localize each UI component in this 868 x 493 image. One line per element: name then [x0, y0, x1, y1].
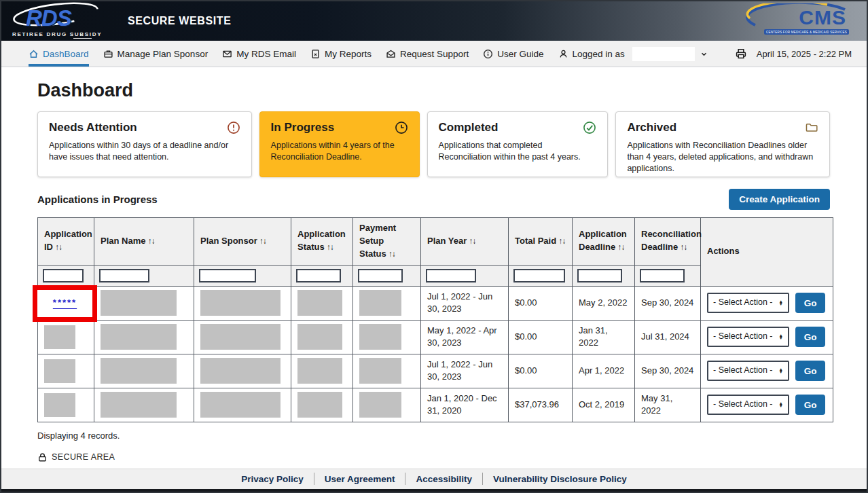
- redacted-plan-sponsor: [200, 290, 281, 316]
- action-select[interactable]: - Select Action -: [707, 361, 789, 381]
- column-header-reconciliation-deadline[interactable]: Reconciliation Deadline↑↓: [635, 218, 701, 266]
- filter-input-application-deadline[interactable]: [577, 269, 622, 282]
- sort-icon[interactable]: ↑↓: [388, 249, 395, 259]
- records-count: Displaying 4 records.: [37, 431, 830, 441]
- card-completed[interactable]: Completed Applications that completed Re…: [427, 111, 609, 177]
- filter-input-application-id[interactable]: [43, 269, 84, 282]
- column-header-plan-name[interactable]: Plan Name↑↓: [94, 218, 194, 266]
- card-description: Applications within 4 years of the Recon…: [271, 140, 408, 163]
- sort-icon[interactable]: ↑↓: [558, 236, 565, 246]
- column-header-plan-year[interactable]: Plan Year↑↓: [421, 218, 509, 266]
- main-content: Dashboard Needs Attention Applications w…: [1, 67, 867, 469]
- application-deadline-cell: Oct 2, 2019: [573, 388, 635, 422]
- nav-item-my-reports[interactable]: My Reports: [310, 41, 372, 67]
- sort-icon[interactable]: ↑↓: [259, 236, 266, 246]
- card-archived[interactable]: Archived Applications with Reconciliatio…: [615, 111, 830, 177]
- footer-link-user-agreement[interactable]: User Agreement: [325, 474, 395, 484]
- table-row: ***** Jul 1, 2022 - Jun 30, 2023 $0.00 M…: [38, 286, 833, 320]
- current-datetime: April 15, 2025 - 2:22 PM: [757, 49, 852, 59]
- redacted-plan-name: [101, 290, 177, 316]
- status-cards: Needs Attention Applications within 30 d…: [37, 111, 830, 177]
- action-select[interactable]: - Select Action -: [707, 395, 789, 415]
- nav-label: Logged in as: [573, 49, 625, 59]
- home-icon: [29, 49, 39, 59]
- applications-in-progress-heading: Applications in Progress: [37, 194, 158, 205]
- info-icon: [483, 49, 493, 59]
- secure-area-indicator: SECURE AREA: [37, 452, 830, 462]
- sort-icon[interactable]: ↑↓: [55, 242, 62, 252]
- column-header-application-deadline[interactable]: Application Deadline↑↓: [573, 218, 635, 266]
- filter-input-payment-setup-status[interactable]: [358, 269, 403, 282]
- chevron-down-icon[interactable]: [699, 49, 709, 59]
- reconciliation-deadline-cell: Jul 31, 2024: [635, 320, 701, 354]
- filter-input-plan-sponsor[interactable]: [199, 269, 256, 282]
- nav-item-user-guide[interactable]: User Guide: [483, 41, 543, 67]
- redacted-application-id: [44, 359, 75, 383]
- filter-input-reconciliation-deadline[interactable]: [640, 269, 685, 282]
- page-title: Dashboard: [37, 80, 830, 101]
- nav-item-logged-in-as[interactable]: Logged in as: [558, 41, 709, 67]
- go-button[interactable]: Go: [795, 361, 825, 381]
- nav-item-request-support[interactable]: Request Support: [386, 41, 469, 67]
- nav-item-manage-plan-sponsor[interactable]: Manage Plan Sponsor: [103, 41, 209, 67]
- sort-icon[interactable]: ↑↓: [147, 236, 154, 246]
- sort-icon[interactable]: ↑↓: [680, 242, 687, 252]
- plan-year-cell: Jul 1, 2022 - Jun 30, 2023: [421, 354, 509, 388]
- nav-label: My RDS Email: [236, 49, 296, 59]
- rds-logo: RDS RETIREE DRUG SUBSIDY: [11, 3, 105, 39]
- column-header-total-paid[interactable]: Total Paid↑↓: [509, 218, 573, 266]
- card-in-progress[interactable]: In Progress Applications within 4 years …: [259, 111, 420, 177]
- redacted-application-status: [297, 324, 342, 350]
- go-button[interactable]: Go: [795, 395, 825, 415]
- redacted-plan-name: [101, 324, 177, 350]
- application-deadline-cell: Jan 31, 2022: [573, 320, 635, 354]
- redacted-plan-name: [101, 392, 177, 418]
- cms-logo-subtext: CENTERS FOR MEDICARE & MEDICAID SERVICES: [764, 29, 849, 35]
- redacted-plan-sponsor: [200, 392, 281, 418]
- card-title: Needs Attention: [49, 121, 137, 134]
- filter-input-plan-name[interactable]: [99, 269, 149, 282]
- rds-tagline: RETIREE DRUG SUBSIDY: [12, 31, 105, 37]
- sort-icon[interactable]: ↑↓: [617, 242, 624, 252]
- card-description: Applications that completed Reconciliati…: [439, 140, 597, 163]
- redacted-plan-name: [101, 358, 177, 384]
- nav-label: Manage Plan Sponsor: [117, 49, 209, 59]
- redacted-payment-setup-status: [359, 324, 401, 350]
- column-header-application-id[interactable]: Application ID↑↓: [38, 218, 94, 266]
- plan-year-cell: Jan 1, 2020 - Dec 31, 2020: [421, 388, 509, 422]
- reconciliation-deadline-cell: Sep 30, 2024: [635, 286, 701, 320]
- column-header-application-status[interactable]: Application Status↑↓: [291, 218, 353, 266]
- card-needs-attention[interactable]: Needs Attention Applications within 30 d…: [37, 111, 252, 177]
- create-application-button[interactable]: Create Application: [729, 189, 830, 210]
- footer-link-accessibility[interactable]: Accessibility: [416, 474, 472, 484]
- print-icon[interactable]: [734, 47, 748, 60]
- redacted-plan-sponsor: [200, 358, 281, 384]
- sort-icon[interactable]: ↑↓: [327, 242, 333, 252]
- action-select[interactable]: - Select Action -: [707, 327, 789, 347]
- go-button[interactable]: Go: [795, 293, 825, 313]
- sort-icon[interactable]: ↑↓: [469, 236, 475, 246]
- card-title: In Progress: [271, 121, 335, 134]
- applications-table: Application ID↑↓ Plan Name↑↓ Plan Sponso…: [37, 217, 833, 422]
- nav-item-dashboard[interactable]: DashBoard: [29, 41, 89, 67]
- highlight-box: *****: [33, 285, 97, 322]
- redacted-plan-sponsor: [200, 324, 281, 350]
- filter-input-plan-year[interactable]: [426, 269, 476, 282]
- application-id-link[interactable]: *****: [53, 297, 77, 309]
- action-select[interactable]: - Select Action -: [707, 293, 789, 313]
- card-description: Applications with Reconciliation Deadlin…: [627, 140, 818, 175]
- footer-link-vulnerability-disclosure-policy[interactable]: Vulnerability Disclosure Policy: [493, 474, 627, 484]
- nav-label: My Reports: [325, 49, 372, 59]
- application-id-cell: *****: [38, 286, 94, 320]
- select-arrows-icon: [779, 300, 783, 306]
- rds-secure-website-page: RDS RETIREE DRUG SUBSIDY SECURE WEBSITE …: [0, 0, 868, 493]
- total-paid-cell: $0.00: [509, 354, 573, 388]
- filter-input-application-status[interactable]: [296, 269, 341, 282]
- column-header-plan-sponsor[interactable]: Plan Sponsor↑↓: [194, 218, 291, 266]
- nav-item-my-rds-email[interactable]: My RDS Email: [222, 41, 296, 67]
- column-header-payment-setup-status[interactable]: Payment Setup Status↑↓: [353, 218, 421, 266]
- footer-link-privacy-policy[interactable]: Privacy Policy: [241, 474, 304, 484]
- rds-logo-text: RDS: [26, 7, 105, 29]
- filter-input-total-paid[interactable]: [513, 269, 565, 282]
- go-button[interactable]: Go: [795, 327, 825, 347]
